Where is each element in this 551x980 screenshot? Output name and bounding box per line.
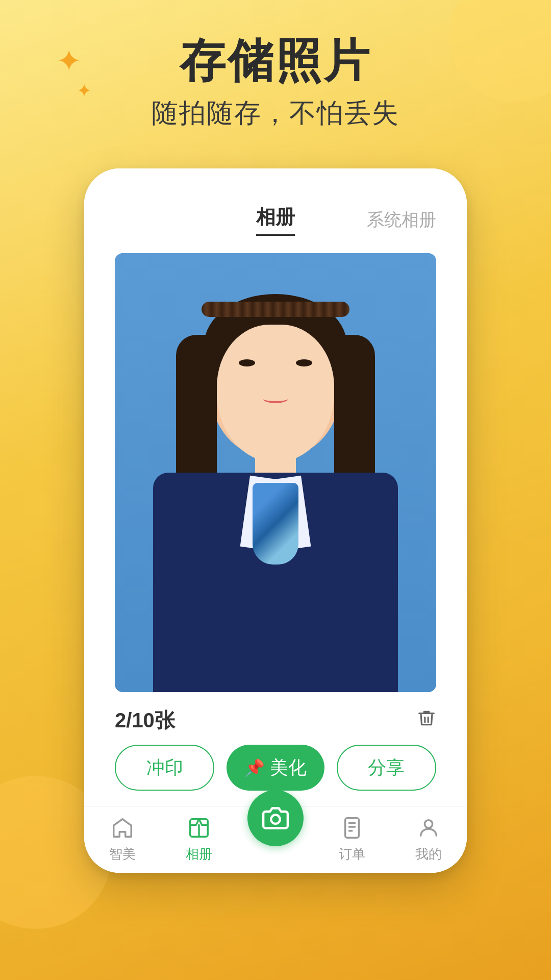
status-bar (84, 168, 467, 194)
background: ✦ ✦ 存储照片 随拍随存，不怕丢失 相册 系统相册 (0, 0, 551, 980)
svg-rect-3 (345, 818, 359, 838)
home-icon (109, 815, 136, 841)
photo-separator: / (126, 709, 132, 731)
beautify-button[interactable]: 📌 美化 (227, 745, 324, 791)
hair-braid (202, 302, 349, 317)
eye-left (239, 359, 255, 366)
camera-fab-button[interactable] (247, 790, 304, 846)
phone-inner: 相册 系统相册 (84, 168, 467, 873)
svg-point-2 (271, 815, 280, 824)
print-button[interactable]: 冲印 (115, 745, 214, 791)
photo-display[interactable] (115, 253, 436, 692)
nav-label-mine: 我的 (415, 845, 442, 863)
person-figure (128, 284, 423, 692)
sub-title: 随拍随存，不怕丢失 (0, 95, 551, 131)
svg-point-7 (424, 820, 432, 828)
beautify-label: 美化 (270, 755, 307, 780)
mouth (263, 394, 288, 403)
eye-right (296, 359, 312, 366)
profile-icon (415, 815, 442, 841)
main-title: 存储照片 (0, 36, 551, 86)
order-icon (339, 815, 365, 841)
nav-label-zhimei: 智美 (109, 845, 136, 863)
photo-total: 10 (132, 709, 155, 731)
top-tabs: 相册 系统相册 (84, 194, 467, 248)
tab-system-album[interactable]: 系统相册 (367, 208, 436, 232)
photo-area: 2/10张 冲印 (84, 248, 467, 806)
nav-item-zhimei[interactable]: 智美 (84, 815, 161, 863)
share-button[interactable]: 分享 (337, 745, 436, 791)
tab-album[interactable]: 相册 (256, 204, 295, 236)
phone-mockup: 相册 系统相册 (84, 168, 467, 873)
photo-current: 2 (115, 709, 126, 731)
photo-count: 2/10张 (115, 706, 175, 734)
nav-item-album[interactable]: 相册 (161, 815, 237, 863)
pin-icon: 📌 (244, 758, 265, 777)
nav-label-order: 订单 (339, 845, 365, 863)
face (217, 325, 334, 462)
passport-photo (115, 253, 436, 692)
nav-item-order[interactable]: 订单 (314, 815, 390, 863)
delete-button[interactable] (417, 708, 436, 732)
album-icon (186, 815, 212, 841)
nav-item-mine[interactable]: 我的 (390, 815, 467, 863)
necktie (253, 483, 298, 565)
bottom-nav: 智美 相册 (84, 806, 467, 873)
photo-info: 2/10张 (115, 692, 436, 745)
title-area: 存储照片 随拍随存，不怕丢失 (0, 36, 551, 131)
photo-unit: 张 (155, 709, 175, 731)
nav-label-album: 相册 (186, 845, 212, 863)
